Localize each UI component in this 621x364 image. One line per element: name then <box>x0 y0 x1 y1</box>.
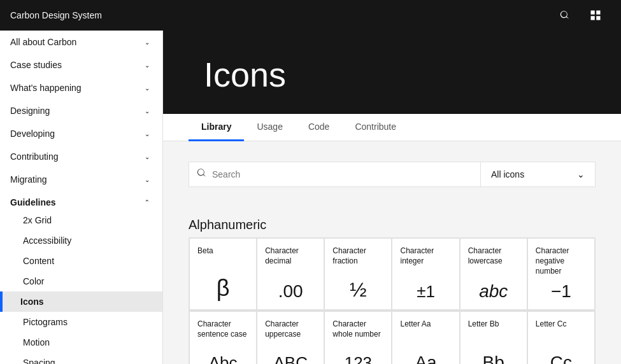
icon-cell-letter-bb[interactable]: Letter Bb Bb <box>460 311 527 364</box>
search-button[interactable] <box>550 0 580 31</box>
sidebar-item-content[interactable]: Content <box>0 251 162 271</box>
icon-label: Character lowercase <box>468 246 519 266</box>
svg-rect-3 <box>596 16 600 20</box>
sidebar-item-label: Case studies <box>10 60 62 70</box>
tab-bar: Library Usage Code Contribute <box>163 114 621 141</box>
sidebar: All about Carbon ⌄ Case studies ⌄ What's… <box>0 31 163 364</box>
sidebar-item-label: What's happening <box>10 83 82 93</box>
icon-grid-row2: Character sentence case Abc Character up… <box>189 311 596 364</box>
search-icon <box>197 168 207 181</box>
grid-icon <box>589 9 602 22</box>
icon-label: Character decimal <box>265 246 316 266</box>
sidebar-item-label: All about Carbon <box>10 37 76 47</box>
icon-label: Character integer <box>400 246 451 266</box>
sidebar-item-motion[interactable]: Motion <box>0 332 162 353</box>
layout: All about Carbon ⌄ Case studies ⌄ What's… <box>0 31 621 364</box>
page-title: Icons <box>204 56 286 94</box>
chevron-down-icon: ⌄ <box>142 37 152 47</box>
icon-cell-beta[interactable]: Beta β <box>189 238 257 310</box>
chevron-up-icon: ⌄ <box>142 197 152 207</box>
main-content: Icons Library Usage Code Contribute <box>163 31 621 364</box>
tab-contribute[interactable]: Contribute <box>342 114 409 141</box>
icon-label: Character uppercase <box>265 319 316 339</box>
chevron-down-icon: ⌄ <box>142 60 152 70</box>
icon-cell-character-decimal[interactable]: Character decimal .00 <box>257 238 324 310</box>
library-content: All icons ⌄ Alphanumeric Beta β Characte… <box>163 141 621 364</box>
section-title: Alphanumeric <box>189 207 596 237</box>
icon-label: Letter Cc <box>536 319 567 330</box>
tab-code[interactable]: Code <box>296 114 342 141</box>
sidebar-item-label: Developing <box>10 129 55 139</box>
icon-label: Beta <box>197 246 213 256</box>
tab-library[interactable]: Library <box>189 114 244 141</box>
icon-symbol: Abc <box>197 353 248 364</box>
icon-cell-character-uppercase[interactable]: Character uppercase ABC <box>257 311 324 364</box>
sidebar-item-whats-happening[interactable]: What's happening ⌄ <box>0 76 162 99</box>
chevron-down-icon: ⌄ <box>142 106 152 116</box>
search-filter-row: All icons ⌄ <box>189 162 596 187</box>
icon-label: Character fraction <box>332 246 383 266</box>
svg-rect-0 <box>591 11 595 15</box>
icon-symbol: −1 <box>536 281 587 302</box>
search-wrapper <box>189 162 481 187</box>
icon-symbol: Cc <box>536 353 587 364</box>
icon-cell-character-negative-number[interactable]: Character negative number −1 <box>527 238 595 310</box>
search-input[interactable] <box>212 169 473 179</box>
icon-symbol: β <box>197 275 248 302</box>
icon-symbol: Aa <box>400 353 451 364</box>
svg-rect-1 <box>596 11 600 15</box>
sidebar-item-developing[interactable]: Developing ⌄ <box>0 122 162 145</box>
sidebar-item-2x-grid[interactable]: 2x Grid <box>0 210 162 230</box>
icon-cell-letter-cc[interactable]: Letter Cc Cc <box>527 311 595 364</box>
app-title: Carbon Design System <box>10 10 102 20</box>
hero-section: Icons <box>163 31 621 114</box>
chevron-down-icon: ⌄ <box>142 151 152 162</box>
icon-symbol: ½ <box>332 278 383 302</box>
icon-label: Character whole number <box>332 319 383 339</box>
sidebar-item-icons[interactable]: Icons <box>0 291 162 312</box>
icon-grid-row1: Beta β Character decimal .00 Character f… <box>189 237 596 311</box>
tab-usage[interactable]: Usage <box>244 114 295 141</box>
sidebar-item-all-about-carbon[interactable]: All about Carbon ⌄ <box>0 31 162 53</box>
sidebar-item-migrating[interactable]: Migrating ⌄ <box>0 168 162 191</box>
svg-rect-2 <box>591 16 595 20</box>
icon-cell-character-integer[interactable]: Character integer ±1 <box>392 238 459 310</box>
chevron-down-icon: ⌄ <box>142 129 152 139</box>
top-nav: Carbon Design System <box>0 0 621 31</box>
icon-cell-character-lowercase[interactable]: Character lowercase abc <box>460 238 527 310</box>
search-icon <box>560 10 570 20</box>
icon-symbol: 123 <box>332 353 383 364</box>
guidelines-label: Guidelines <box>10 197 56 207</box>
icon-label: Character negative number <box>536 246 587 276</box>
sidebar-item-label: Designing <box>10 106 50 116</box>
sidebar-item-designing[interactable]: Designing ⌄ <box>0 99 162 122</box>
icon-cell-character-fraction[interactable]: Character fraction ½ <box>324 238 392 310</box>
app-switcher-button[interactable] <box>580 0 611 31</box>
sidebar-item-contributing[interactable]: Contributing ⌄ <box>0 145 162 168</box>
sidebar-item-pictograms[interactable]: Pictograms <box>0 312 162 332</box>
icon-symbol: ±1 <box>400 282 451 302</box>
icon-label: Character sentence case <box>197 319 248 339</box>
sidebar-item-spacing[interactable]: Spacing <box>0 353 162 364</box>
guidelines-header: Guidelines ⌄ <box>0 191 162 210</box>
icon-label: Letter Aa <box>400 319 431 330</box>
sidebar-item-accessibility[interactable]: Accessibility <box>0 230 162 251</box>
icon-symbol: ABC <box>265 353 316 364</box>
icon-label: Letter Bb <box>468 319 499 330</box>
icon-symbol: .00 <box>265 281 316 302</box>
chevron-down-icon: ⌄ <box>142 83 152 93</box>
sidebar-item-case-studies[interactable]: Case studies ⌄ <box>0 53 162 76</box>
sidebar-item-label: Contributing <box>10 151 59 162</box>
icon-symbol: Bb <box>468 353 519 364</box>
icon-symbol: abc <box>468 281 519 302</box>
icon-cell-character-whole-number[interactable]: Character whole number 123 <box>324 311 392 364</box>
icon-cell-letter-aa[interactable]: Letter Aa Aa <box>392 311 459 364</box>
icon-cell-character-sentence-case[interactable]: Character sentence case Abc <box>189 311 257 364</box>
top-nav-actions <box>550 0 611 31</box>
chevron-down-icon: ⌄ <box>577 169 585 179</box>
filter-dropdown[interactable]: All icons ⌄ <box>481 162 596 187</box>
sidebar-item-label: Migrating <box>10 174 47 185</box>
sidebar-item-color[interactable]: Color <box>0 271 162 291</box>
chevron-down-icon: ⌄ <box>142 174 152 185</box>
filter-label: All icons <box>491 169 524 179</box>
